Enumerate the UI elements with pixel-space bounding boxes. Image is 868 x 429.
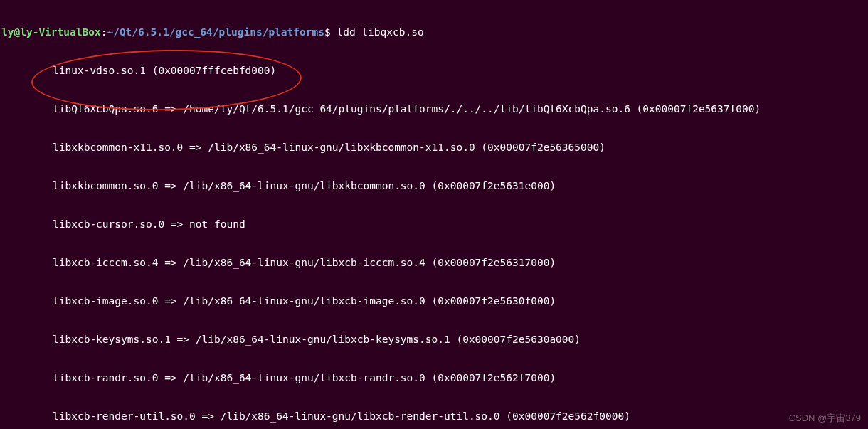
prompt-user: ly@ly-VirtualBox — [1, 26, 101, 38]
ldd-line: libxcb-keysyms.so.1 => /lib/x86_64-linux… — [1, 333, 867, 346]
prompt-sep: : — [101, 26, 107, 38]
ldd-line: libxkbcommon.so.0 => /lib/x86_64-linux-g… — [1, 179, 867, 192]
ldd-line: linux-vdso.so.1 (0x00007fffcebfd000) — [1, 64, 867, 77]
ldd-line: libQt6XcbQpa.so.6 => /home/ly/Qt/6.5.1/g… — [1, 102, 867, 115]
ldd-line: libxcb-icccm.so.4 => /lib/x86_64-linux-g… — [1, 256, 867, 269]
command-text: ldd libqxcb.so — [337, 26, 423, 38]
ldd-line: libxcb-cursor.so.0 => not found — [1, 218, 867, 231]
ldd-line: libxcb-randr.so.0 => /lib/x86_64-linux-g… — [1, 371, 867, 384]
ldd-line: libxcb-render-util.so.0 => /lib/x86_64-l… — [1, 410, 867, 423]
ldd-line: libxcb-image.so.0 => /lib/x86_64-linux-g… — [1, 295, 867, 307]
watermark-text: CSDN @宇宙379 — [789, 412, 861, 425]
terminal-output[interactable]: ly@ly-VirtualBox:~/Qt/6.5.1/gcc_64/plugi… — [0, 0, 868, 429]
prompt-line: ly@ly-VirtualBox:~/Qt/6.5.1/gcc_64/plugi… — [1, 26, 867, 38]
ldd-line: libxkbcommon-x11.so.0 => /lib/x86_64-lin… — [1, 141, 867, 154]
prompt-end: $ — [324, 26, 337, 38]
prompt-path: ~/Qt/6.5.1/gcc_64/plugins/platforms — [107, 26, 324, 38]
